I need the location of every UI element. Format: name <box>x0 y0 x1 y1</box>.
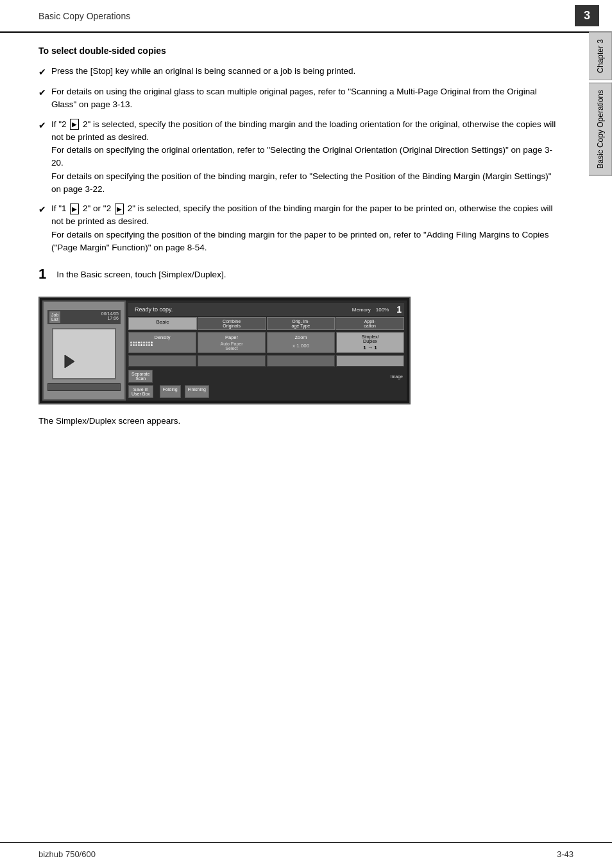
step-text: In the Basic screen, touch [Simplex/Dupl… <box>56 266 226 281</box>
arrow-icon: ▶ <box>70 119 79 130</box>
image-label: Image <box>391 374 404 379</box>
tab-orig-image[interactable]: Orig. Im-age Type <box>267 317 336 330</box>
check-icon: ✔ <box>38 119 46 132</box>
screen-tabs: Basic CombineOriginals Orig. Im-age Type… <box>128 317 404 330</box>
machine-bottom-bar <box>47 383 121 391</box>
density-btn[interactable]: Density <box>128 332 196 353</box>
screen-bottom-buttons: Save inUser Box Folding Finishing <box>128 385 404 398</box>
section-heading: To select double-sided copies <box>38 46 561 56</box>
list-item: ✔ If "2 ▶ 2" is selected, specify the po… <box>38 118 561 196</box>
separate-scan-btn[interactable]: SeparateScan <box>128 370 153 383</box>
bullet-text-3: If "2 ▶ 2" is selected, specify the posi… <box>51 118 561 196</box>
screen-caption: The Simplex/Duplex screen appears. <box>38 416 561 426</box>
paper-btn[interactable]: Paper Auto PaperSelect <box>198 332 266 353</box>
simplex-sub <box>336 355 404 367</box>
density-visual <box>130 342 194 346</box>
page-header: Basic Copy Operations 3 <box>0 0 612 33</box>
machine-arrow-icon <box>58 352 78 373</box>
check-icon: ✔ <box>38 65 46 79</box>
second-row-grid <box>128 355 404 367</box>
machine-screen-panel: Ready to copy. Memory 100% 1 Basic Combi… <box>126 300 407 401</box>
bullet-text-1: Press the [Stop] key while an original i… <box>51 65 561 78</box>
main-function-grid: Density Paper Auto PaperSelect <box>128 332 404 353</box>
machine-glass <box>52 328 116 379</box>
machine-panel-top: JobList 06/14/0517:06 <box>47 310 121 324</box>
bullet-text-2: For details on using the original glass … <box>51 85 561 112</box>
memory-label: Memory <box>352 307 371 313</box>
memory-pct: 100% <box>376 307 389 313</box>
step-container: 1 In the Basic screen, touch [Simplex/Du… <box>38 266 561 282</box>
tab-combine[interactable]: CombineOriginals <box>198 317 266 330</box>
simplex-value: 1 → 1 <box>338 345 402 351</box>
ready-text: Ready to copy. <box>131 306 350 313</box>
list-item: ✔ Press the [Stop] key while an original… <box>38 65 561 79</box>
folding-btn[interactable]: Folding <box>160 385 181 398</box>
zoom-btn[interactable]: Zoom x 1.000 <box>267 332 335 353</box>
side-tab-chapter: Chapter 3 <box>589 32 612 80</box>
main-content: To select double-sided copies ✔ Press th… <box>0 33 612 451</box>
save-box-btn[interactable]: Save inUser Box <box>128 385 153 398</box>
job-btn[interactable]: JobList <box>49 311 60 323</box>
arrow-icon: ▶ <box>70 204 79 214</box>
simplex-duplex-btn[interactable]: Simplex/Duplex 1 → 1 <box>336 332 404 353</box>
machine-screen-image: JobList 06/14/0517:06 Ready to copy. Mem… <box>38 297 411 404</box>
page-footer: bizhub 750/600 3-43 <box>0 842 612 868</box>
tab-basic[interactable]: Basic <box>128 317 197 330</box>
date-display: 06/14/0517:06 <box>101 311 119 323</box>
svg-marker-0 <box>65 355 74 368</box>
zoom-label: Zoom <box>269 334 333 340</box>
auto-paper-select-btn[interactable]: Auto PaperSelect <box>200 342 264 351</box>
bullet-list: ✔ Press the [Stop] key while an original… <box>38 65 561 254</box>
copy-number: 1 <box>396 304 402 315</box>
check-icon: ✔ <box>38 203 46 216</box>
check-icon: ✔ <box>38 86 46 100</box>
list-item: ✔ If "1 ▶ 2" or "2 ▶ 2" is selected, spe… <box>38 202 561 254</box>
paper-label: Paper <box>200 334 264 340</box>
list-item: ✔ For details on using the original glas… <box>38 85 561 112</box>
footer-page: 3-43 <box>557 849 574 859</box>
zoom-value: x 1.000 <box>269 343 333 349</box>
density-sub <box>128 355 196 367</box>
finishing-btn[interactable]: Finishing <box>185 385 209 398</box>
bullet-text-4: If "1 ▶ 2" or "2 ▶ 2" is selected, speci… <box>51 202 561 254</box>
simplex-label: Simplex/Duplex <box>338 334 402 343</box>
arrow-icon: ▶ <box>115 204 124 214</box>
screen-bottom-bar: SeparateScan Image <box>128 370 404 383</box>
step-number: 1 <box>38 266 46 282</box>
machine-left-panel: JobList 06/14/0517:06 <box>42 300 126 401</box>
footer-model: bizhub 750/600 <box>38 849 96 859</box>
side-tab-section: Basic Copy Operations <box>589 83 612 176</box>
tab-application[interactable]: Appli-cation <box>336 317 404 330</box>
header-title: Basic Copy Operations <box>38 11 575 21</box>
chapter-tab: 3 <box>575 5 599 26</box>
paper-sub <box>198 355 266 367</box>
zoom-sub <box>267 355 335 367</box>
side-tab-container: Chapter 3 Basic Copy Operations <box>589 32 612 392</box>
status-bar: Ready to copy. Memory 100% 1 <box>128 303 404 316</box>
density-label: Density <box>130 334 194 340</box>
